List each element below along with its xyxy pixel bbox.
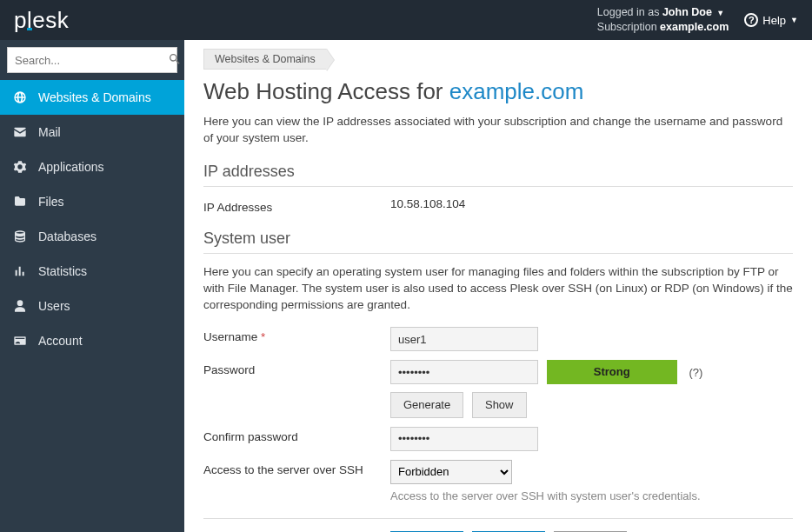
sidebar-item-label: Statistics xyxy=(38,264,87,278)
sidebar-item-applications[interactable]: Applications xyxy=(0,150,184,184)
sidebar-item-websites-domains[interactable]: Websites & Domains xyxy=(0,80,184,115)
gear-icon xyxy=(12,160,28,174)
search-box[interactable] xyxy=(7,47,177,73)
sidebar-item-label: Websites & Domains xyxy=(38,90,151,104)
section-ip-heading: IP addresses xyxy=(203,163,793,187)
ssh-note: Access to the server over SSH with syste… xyxy=(390,489,793,502)
username-label: Username * xyxy=(203,327,390,343)
page-title-domain: example.com xyxy=(449,78,584,104)
subscription-value[interactable]: example.com xyxy=(660,21,729,33)
confirm-password-input[interactable] xyxy=(390,427,538,451)
bars-icon xyxy=(12,264,28,278)
sidebar-item-label: Account xyxy=(38,334,83,348)
user-icon xyxy=(12,299,28,313)
help-icon: ? xyxy=(744,13,758,27)
confirm-password-label: Confirm password xyxy=(203,427,390,443)
sidebar-item-label: Databases xyxy=(38,229,97,243)
database-icon xyxy=(12,229,28,243)
card-icon xyxy=(12,334,28,348)
search-icon[interactable] xyxy=(168,52,182,69)
password-label: Password xyxy=(203,360,390,376)
password-hint-icon[interactable]: (?) xyxy=(689,361,703,385)
topbar: plesk Logged in as John Doe ▼ Subscripti… xyxy=(0,0,812,40)
mail-icon xyxy=(12,125,28,139)
side-nav: Websites & DomainsMailApplicationsFilesD… xyxy=(0,80,184,358)
sidebar-item-files[interactable]: Files xyxy=(0,184,184,219)
sidebar: Websites & DomainsMailApplicationsFilesD… xyxy=(0,40,184,532)
page-title: Web Hosting Access for example.com xyxy=(203,78,793,105)
sidebar-item-label: Users xyxy=(38,299,70,313)
login-block: Logged in as John Doe ▼ Subscription exa… xyxy=(597,5,729,36)
main-content: Websites & Domains Web Hosting Access fo… xyxy=(184,40,812,532)
sidebar-item-account[interactable]: Account xyxy=(0,323,184,358)
user-name[interactable]: John Doe xyxy=(662,6,712,18)
sidebar-item-databases[interactable]: Databases xyxy=(0,219,184,254)
logged-in-prefix: Logged in as xyxy=(597,6,660,18)
sidebar-item-statistics[interactable]: Statistics xyxy=(0,254,184,289)
section-sysuser-heading: System user xyxy=(203,229,793,254)
sidebar-item-label: Mail xyxy=(38,125,61,139)
globe-icon xyxy=(12,90,28,104)
sidebar-item-users[interactable]: Users xyxy=(0,289,184,323)
show-button[interactable]: Show xyxy=(472,392,527,418)
breadcrumb[interactable]: Websites & Domains xyxy=(203,49,327,70)
help-menu[interactable]: ? Help ▼ xyxy=(744,13,798,27)
subscription-prefix: Subscription xyxy=(597,21,657,33)
password-input[interactable] xyxy=(390,360,538,384)
sidebar-item-label: Files xyxy=(38,195,64,209)
ip-label: IP Addresses xyxy=(203,197,390,214)
username-input[interactable] xyxy=(390,327,538,351)
folder-icon xyxy=(12,195,28,209)
password-strength-badge: Strong xyxy=(547,360,677,384)
logo: plesk xyxy=(14,7,69,34)
intro-text: Here you can view the IP addresses assoc… xyxy=(203,114,793,147)
chevron-down-icon: ▼ xyxy=(790,16,798,24)
search-input[interactable] xyxy=(8,54,168,67)
ssh-access-label: Access to the server over SSH xyxy=(203,460,390,476)
sidebar-item-label: Applications xyxy=(38,160,104,174)
help-label: Help xyxy=(762,14,786,27)
ip-value: 10.58.108.104 xyxy=(390,197,793,210)
ssh-access-select[interactable]: Forbidden xyxy=(390,460,512,484)
generate-button[interactable]: Generate xyxy=(390,392,463,418)
sysuser-desc: Here you can specify an operating system… xyxy=(203,264,793,314)
sidebar-item-mail[interactable]: Mail xyxy=(0,115,184,150)
page-title-prefix: Web Hosting Access for xyxy=(203,78,449,104)
chevron-down-icon[interactable]: ▼ xyxy=(716,9,724,17)
